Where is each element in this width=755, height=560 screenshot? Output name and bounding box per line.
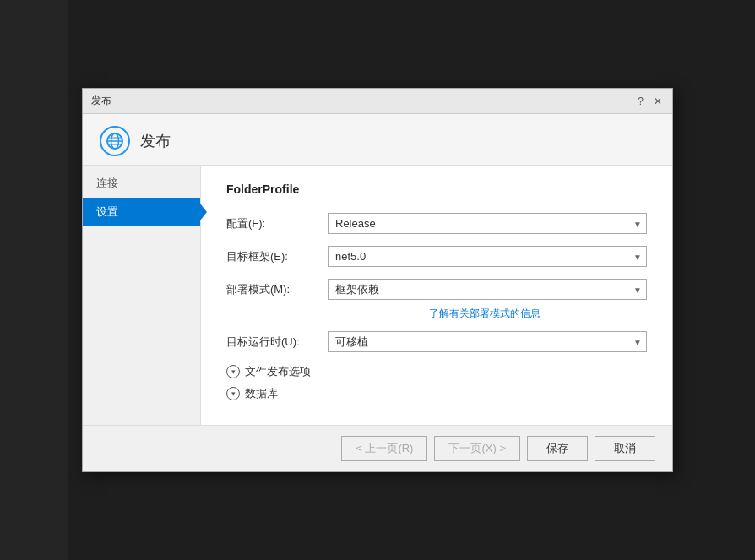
collapsible-database[interactable]: ▾ 数据库 bbox=[226, 386, 647, 401]
left-nav: 连接 设置 bbox=[83, 166, 201, 425]
collapsibles: ▾ 文件发布选项 ▾ 数据库 bbox=[226, 364, 647, 401]
collapsible-db-icon: ▾ bbox=[226, 387, 240, 400]
nav-item-connect[interactable]: 连接 bbox=[83, 169, 200, 198]
framework-select[interactable]: net5.0 net6.0 bbox=[328, 246, 647, 267]
runtime-label: 目标运行时(U): bbox=[226, 334, 328, 350]
form-row-runtime: 目标运行时(U): 可移植 win-x64 linux-x64 ▼ bbox=[226, 331, 647, 352]
dialog-title-text: 发布 bbox=[91, 94, 111, 108]
collapsible-file-publish[interactable]: ▾ 文件发布选项 bbox=[226, 364, 647, 379]
runtime-select[interactable]: 可移植 win-x64 linux-x64 bbox=[328, 331, 647, 352]
config-label: 配置(F): bbox=[226, 216, 328, 231]
save-button[interactable]: 保存 bbox=[527, 436, 588, 461]
close-button[interactable]: ✕ bbox=[652, 95, 664, 107]
main-content: FolderProfile 配置(F): Debug Release ▼ 目标框… bbox=[201, 166, 672, 425]
globe-icon bbox=[100, 126, 130, 156]
dialog-header-title: 发布 bbox=[140, 131, 171, 151]
publish-dialog: 发布 ? ✕ 发布 连接 设置 bbox=[82, 88, 673, 472]
collapsible-db-label: 数据库 bbox=[245, 386, 278, 401]
prev-button[interactable]: < 上一页(R) bbox=[341, 436, 427, 461]
dialog-body: 连接 设置 FolderProfile 配置(F): Debug Release… bbox=[83, 166, 672, 425]
section-title: FolderProfile bbox=[226, 182, 647, 196]
deploy-info-link[interactable]: 了解有关部署模式的信息 bbox=[429, 307, 540, 319]
framework-select-wrapper: net5.0 net6.0 ▼ bbox=[328, 246, 647, 267]
form-row-config: 配置(F): Debug Release ▼ bbox=[226, 213, 647, 234]
nav-item-settings[interactable]: 设置 bbox=[83, 198, 200, 226]
info-link-wrapper: 了解有关部署模式的信息 bbox=[328, 307, 647, 321]
collapsible-file-icon: ▾ bbox=[226, 365, 240, 378]
form-row-framework: 目标框架(E): net5.0 net6.0 ▼ bbox=[226, 246, 647, 267]
dialog-header: 发布 bbox=[83, 114, 672, 166]
framework-label: 目标框架(E): bbox=[226, 249, 328, 264]
sidebar-panel bbox=[0, 0, 68, 560]
cancel-button[interactable]: 取消 bbox=[595, 436, 655, 461]
next-button[interactable]: 下一页(X) > bbox=[434, 436, 520, 461]
dialog-footer: < 上一页(R) 下一页(X) > 保存 取消 bbox=[83, 425, 672, 471]
runtime-select-wrapper: 可移植 win-x64 linux-x64 ▼ bbox=[328, 331, 647, 352]
deploy-select[interactable]: 框架依赖 独立 bbox=[328, 279, 647, 300]
form-row-deploy: 部署模式(M): 框架依赖 独立 ▼ bbox=[226, 279, 647, 300]
config-select[interactable]: Debug Release bbox=[328, 213, 647, 234]
dialog-controls: ? ✕ bbox=[636, 95, 664, 107]
deploy-select-wrapper: 框架依赖 独立 ▼ bbox=[328, 279, 647, 300]
help-button[interactable]: ? bbox=[636, 95, 645, 107]
config-select-wrapper: Debug Release ▼ bbox=[328, 213, 647, 234]
dialog-titlebar: 发布 ? ✕ bbox=[83, 89, 672, 114]
deploy-label: 部署模式(M): bbox=[226, 282, 328, 297]
collapsible-file-label: 文件发布选项 bbox=[245, 364, 311, 379]
